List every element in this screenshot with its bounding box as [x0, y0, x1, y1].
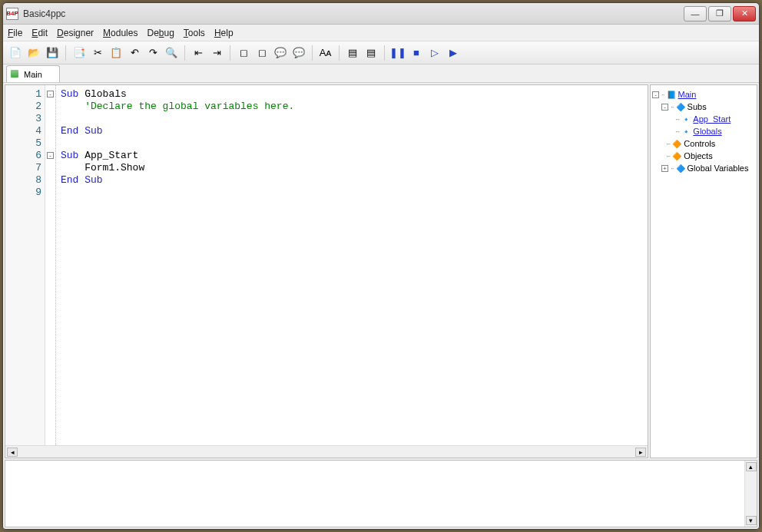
paste-icon[interactable]: 📋: [108, 45, 124, 61]
run-icon[interactable]: ▶: [446, 45, 461, 61]
line-number: 6: [5, 150, 43, 162]
menu-designer[interactable]: Designer: [57, 28, 94, 38]
code-line[interactable]: End Sub: [61, 174, 644, 187]
find-icon[interactable]: 🔍: [164, 45, 179, 61]
scroll-down-icon[interactable]: ▾: [746, 516, 757, 525]
tree-node-globalvars[interactable]: +·· 🔷 Global Variables: [652, 162, 755, 174]
code-line[interactable]: [61, 113, 644, 125]
fold-spacer: [45, 174, 55, 187]
tree-leaf-globals[interactable]: ··· 🔹 Globals: [652, 125, 755, 137]
expander-icon[interactable]: -: [661, 104, 668, 111]
line-number: 7: [5, 162, 43, 174]
block-outdent-icon[interactable]: ▤: [363, 45, 379, 61]
fold-toggle-icon[interactable]: -: [47, 152, 54, 159]
folder-icon: 🔶: [672, 139, 681, 148]
pause-icon[interactable]: ❚❚: [390, 45, 406, 61]
code-area[interactable]: Sub Globals 'Declare the global variable…: [56, 85, 648, 445]
line-number: 3: [5, 113, 43, 125]
scroll-right-icon[interactable]: ▸: [635, 448, 646, 457]
folder-icon: 🔶: [672, 151, 681, 160]
vertical-scrollbar[interactable]: ▴ ▾: [744, 461, 757, 527]
maximize-button[interactable]: ❐: [708, 6, 731, 21]
comment-icon[interactable]: 💬: [273, 45, 288, 61]
output-pane[interactable]: ▴ ▾: [5, 460, 757, 527]
code-editor[interactable]: 123456789 -- Sub Globals 'Declare the gl…: [5, 85, 648, 445]
scroll-left-icon[interactable]: ◂: [7, 448, 18, 457]
stop-icon[interactable]: ■: [409, 45, 424, 61]
cut-icon[interactable]: ✂: [90, 45, 105, 61]
undo-icon[interactable]: ↶: [127, 45, 142, 61]
toolbar-separator: [230, 45, 230, 61]
tree-label: Main: [678, 90, 697, 99]
minimize-button[interactable]: —: [684, 6, 707, 21]
window-title: Basic4ppc: [23, 8, 682, 19]
expander-icon[interactable]: +: [661, 165, 668, 172]
breakpoint-icon[interactable]: ◻: [236, 45, 251, 61]
tree-node-controls[interactable]: ··· 🔶 Controls: [652, 137, 755, 150]
code-line[interactable]: [61, 137, 644, 150]
block-indent-icon[interactable]: ▤: [345, 45, 360, 61]
line-number: 5: [5, 137, 43, 150]
tree-node-objects[interactable]: ··· 🔶 Objects: [652, 150, 755, 162]
tab-main[interactable]: Main: [6, 65, 60, 82]
tree-leaf-appstart[interactable]: ··· 🔹 App_Start: [652, 113, 755, 125]
fold-spacer: [45, 162, 55, 174]
clear-bp-icon[interactable]: ◻: [254, 45, 270, 61]
code-line[interactable]: Sub Globals: [61, 88, 644, 101]
line-number: 8: [5, 174, 43, 187]
outdent-icon[interactable]: ⇤: [190, 45, 206, 61]
tree-root-main[interactable]: -·· 📘 Main: [652, 88, 755, 101]
uncomment-icon[interactable]: 💬: [291, 45, 306, 61]
document-tabbar: Main: [3, 64, 759, 83]
code-line[interactable]: Form1.Show: [61, 162, 644, 174]
app-icon: B4P: [6, 8, 18, 20]
module-icon: 📘: [667, 90, 676, 99]
line-number: 4: [5, 125, 43, 137]
line-number: 2: [5, 101, 43, 113]
code-line[interactable]: End Sub: [61, 125, 644, 137]
scroll-up-icon[interactable]: ▴: [746, 462, 757, 471]
menu-modules[interactable]: Modules: [103, 28, 137, 38]
toolbar-separator: [184, 45, 185, 61]
horizontal-scrollbar[interactable]: ◂ ▸: [5, 445, 648, 458]
fold-spacer: [45, 187, 55, 199]
line-number: 9: [5, 187, 43, 199]
tree-node-subs[interactable]: -·· 🔷 Subs: [652, 101, 755, 113]
copy-icon[interactable]: 📑: [71, 45, 87, 61]
window-controls: — ❐ ✕: [682, 6, 756, 21]
indent-icon[interactable]: ⇥: [209, 45, 224, 61]
fold-toggle-icon[interactable]: -: [47, 91, 54, 97]
menu-help[interactable]: Help: [214, 28, 234, 38]
tab-label: Main: [24, 70, 42, 79]
fold-column[interactable]: --: [45, 85, 56, 445]
line-number: 1: [5, 88, 43, 101]
titlebar[interactable]: B4P Basic4ppc — ❐ ✕: [3, 3, 759, 25]
fold-spacer: [45, 125, 55, 137]
close-button[interactable]: ✕: [733, 6, 756, 21]
menu-tools[interactable]: Tools: [184, 28, 205, 38]
code-line[interactable]: 'Declare the global variables here.: [61, 101, 644, 113]
fold-spacer: [45, 137, 55, 150]
menu-debug[interactable]: Debug: [147, 28, 174, 38]
toolbar-separator: [312, 45, 313, 61]
app-window: B4P Basic4ppc — ❐ ✕ FileEditDesignerModu…: [2, 2, 760, 530]
menu-edit[interactable]: Edit: [31, 28, 48, 38]
code-line[interactable]: Sub App_Start: [61, 150, 644, 162]
font-icon[interactable]: Aᴀ: [318, 45, 333, 61]
line-number-gutter: 123456789: [5, 85, 45, 445]
redo-icon[interactable]: ↷: [145, 45, 161, 61]
expander-icon[interactable]: -: [652, 91, 659, 98]
menu-file[interactable]: File: [8, 28, 22, 38]
step-icon[interactable]: ▷: [427, 45, 442, 61]
project-tree-pane: -·· 📘 Main -·· 🔷 Subs ··· 🔹 App_Start ··…: [650, 84, 757, 458]
open-icon[interactable]: 📂: [26, 45, 41, 61]
code-line[interactable]: [61, 187, 644, 199]
tree-label: Controls: [684, 139, 715, 148]
sub-icon: 🔹: [681, 114, 691, 124]
workarea: 123456789 -- Sub Globals 'Declare the gl…: [3, 83, 759, 460]
save-icon[interactable]: 💾: [45, 45, 60, 61]
tree-label: Subs: [687, 102, 707, 111]
menubar: FileEditDesignerModulesDebugToolsHelp: [3, 25, 759, 41]
new-icon[interactable]: 📄: [8, 45, 23, 61]
fold-spacer: [45, 113, 55, 125]
